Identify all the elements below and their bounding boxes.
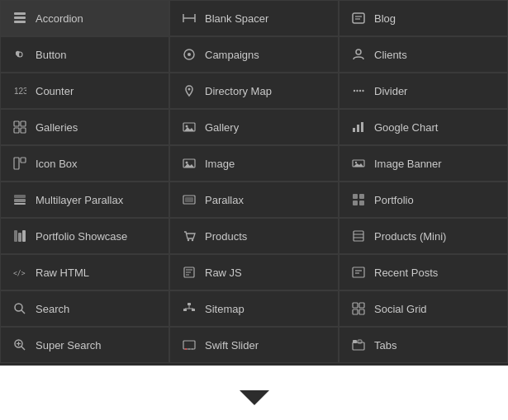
svg-line-60 [21, 310, 25, 314]
svg-rect-75 [183, 341, 195, 349]
grid-item-raw-js[interactable]: Raw JS [169, 254, 339, 290]
clients-label: Clients [374, 49, 407, 61]
svg-point-12 [356, 50, 361, 54]
grid-item-clients[interactable]: Clients [339, 36, 508, 73]
svg-rect-69 [353, 309, 358, 314]
grid-item-button[interactable]: Button [0, 36, 169, 73]
svg-rect-61 [188, 303, 191, 305]
grid-item-blog[interactable]: Blog [339, 0, 508, 36]
parallax-icon [182, 192, 197, 207]
grid-item-search[interactable]: Search [0, 290, 169, 327]
blog-icon [351, 11, 366, 26]
svg-point-78 [192, 348, 193, 350]
svg-rect-80 [353, 340, 357, 343]
svg-point-77 [188, 348, 190, 350]
raw-js-icon [182, 265, 197, 280]
grid-item-social-grid[interactable]: Social Grid [339, 290, 508, 327]
sitemap-label: Sitemap [205, 303, 245, 315]
social-grid-icon [351, 301, 366, 316]
galleries-icon [12, 120, 27, 134]
button-label: Button [36, 49, 67, 61]
svg-rect-40 [359, 194, 364, 199]
svg-rect-36 [14, 203, 26, 205]
svg-rect-0 [14, 12, 26, 15]
svg-point-17 [359, 90, 361, 92]
svg-rect-41 [353, 201, 358, 205]
svg-point-33 [355, 162, 357, 163]
raw-js-label: Raw JS [205, 267, 242, 279]
swift-slider-label: Swift Slider [205, 339, 259, 352]
products-icon [182, 229, 197, 243]
galleries-label: Galleries [36, 121, 78, 134]
image-icon [182, 156, 197, 171]
clients-icon [351, 47, 366, 62]
svg-rect-29 [21, 158, 26, 163]
grid-item-portfolio[interactable]: Portfolio [339, 182, 508, 218]
grid-item-tabs[interactable]: Tabs [339, 327, 508, 363]
svg-point-11 [188, 53, 191, 56]
grid-item-counter[interactable]: 123 Counter [0, 73, 169, 109]
svg-point-76 [185, 348, 187, 350]
grid-item-super-search[interactable]: Super Search [0, 327, 169, 363]
svg-rect-21 [14, 128, 19, 133]
icon-box-label: Icon Box [36, 158, 78, 170]
image-banner-icon [351, 156, 366, 171]
grid-item-sitemap[interactable]: Sitemap [169, 290, 339, 327]
grid-item-portfolio-showcase[interactable]: Portfolio Showcase [0, 218, 169, 254]
svg-rect-20 [21, 121, 26, 126]
grid-item-google-chart[interactable]: Google Chart [339, 109, 508, 145]
grid-item-icon-box[interactable]: Icon Box [0, 145, 169, 182]
svg-rect-27 [361, 122, 363, 132]
svg-rect-43 [14, 230, 17, 242]
bottom-arrow [240, 390, 269, 405]
blank-spacer-icon [182, 11, 197, 26]
recent-posts-label: Recent Posts [374, 267, 438, 279]
grid-item-recent-posts[interactable]: Recent Posts [339, 254, 508, 290]
svg-rect-56 [353, 267, 364, 277]
grid-item-multilayer-parallax[interactable]: Multilayer Parallax [0, 182, 169, 218]
svg-rect-39 [353, 194, 358, 199]
campaigns-label: Campaigns [205, 49, 259, 61]
portfolio-label: Portfolio [374, 194, 414, 206]
grid-item-blank-spacer[interactable]: Blank Spacer [169, 0, 339, 36]
svg-point-14 [188, 88, 191, 91]
grid-item-swift-slider[interactable]: Swift Slider [169, 327, 339, 363]
tabs-label: Tabs [374, 339, 396, 352]
divider-icon [351, 83, 366, 98]
tabs-icon [351, 337, 366, 352]
grid-item-galleries[interactable]: Galleries [0, 109, 169, 145]
grid-item-divider[interactable]: Divider [339, 73, 508, 109]
parallax-label: Parallax [205, 194, 244, 206]
grid-item-gallery[interactable]: Gallery [169, 109, 339, 145]
svg-rect-1 [14, 17, 26, 19]
svg-rect-45 [22, 230, 26, 242]
svg-rect-25 [353, 128, 355, 132]
directory-map-icon [182, 83, 197, 98]
google-chart-icon [351, 120, 366, 134]
search-icon [12, 301, 27, 316]
grid-item-image[interactable]: Image [169, 145, 339, 182]
accordion-label: Accordion [36, 12, 83, 25]
svg-rect-28 [14, 158, 19, 169]
grid-item-raw-html[interactable]: </> Raw HTML [0, 254, 169, 290]
grid-item-parallax[interactable]: Parallax [169, 182, 339, 218]
svg-rect-2 [14, 21, 26, 23]
grid-item-products[interactable]: Products [169, 218, 339, 254]
campaigns-icon [182, 47, 197, 62]
products-label: Products [205, 230, 247, 243]
counter-label: Counter [36, 85, 74, 97]
svg-text:123: 123 [14, 87, 26, 96]
svg-text:</>: </> [13, 270, 26, 277]
widget-grid: Accordion Blank Spacer Blog Button Campa… [0, 0, 508, 366]
grid-item-image-banner[interactable]: Image Banner [339, 145, 508, 182]
grid-item-accordion[interactable]: Accordion [0, 0, 169, 36]
svg-rect-38 [185, 197, 193, 202]
grid-item-campaigns[interactable]: Campaigns [169, 36, 339, 73]
grid-item-products-mini[interactable]: Products (Mini) [339, 218, 508, 254]
accordion-icon [12, 11, 27, 26]
multilayer-parallax-label: Multilayer Parallax [36, 194, 123, 206]
blank-spacer-label: Blank Spacer [205, 12, 268, 25]
grid-item-directory-map[interactable]: Directory Map [169, 73, 339, 109]
raw-html-label: Raw HTML [36, 267, 89, 279]
products-mini-label: Products (Mini) [374, 230, 446, 243]
